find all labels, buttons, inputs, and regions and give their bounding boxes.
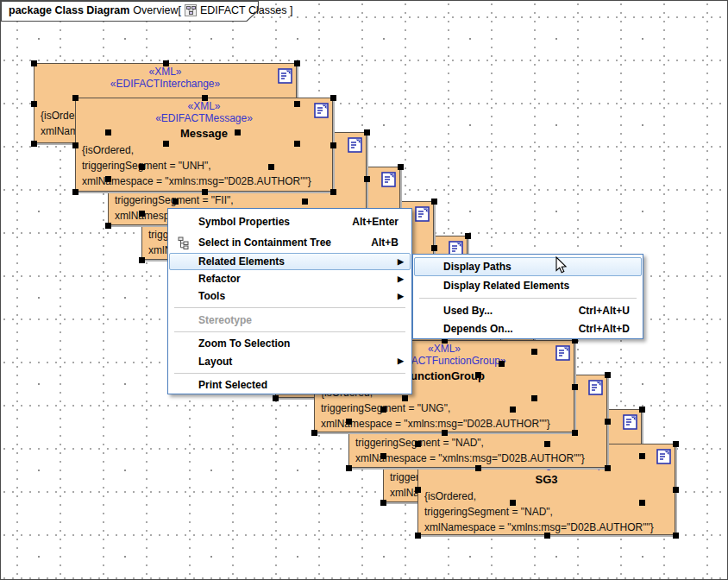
doc-note-icon (656, 449, 671, 464)
menu-item-shortcut: Ctrl+Alt+D (579, 323, 641, 335)
submenu-arrow-icon: ▶ (398, 275, 410, 283)
related-elements-submenu: Display PathsDisplay Related ElementsUse… (412, 254, 643, 339)
doc-note-icon (348, 137, 362, 153)
menu-item-label: Display Paths (443, 261, 511, 273)
menu-item-label: Display Related Elements (443, 280, 569, 292)
menu-item-used-by[interactable]: Used By...Ctrl+Alt+U (414, 301, 642, 319)
stereotype-label: «EDIFACTInterchange» (35, 78, 296, 90)
menu-item-label: Select in Containment Tree (198, 236, 331, 249)
frame-context-label: Overview[ (133, 4, 181, 16)
class-name: Message (76, 127, 332, 141)
menu-item-tools[interactable]: Tools▶ (169, 287, 411, 305)
menu-item-label: Refactor (198, 273, 241, 285)
menu-item-label: Depends On... (443, 323, 513, 335)
submenu-arrow-icon: ▶ (398, 293, 410, 300)
stereotype-label: «EDIFACTMessage» (76, 112, 332, 124)
mouse-cursor (555, 256, 568, 274)
menu-item-stereotype: Stereotype (169, 311, 411, 329)
tagged-value-line: xmlNamespace = "xmlns:msg="D02B.AUTHOR""… (424, 520, 675, 535)
doc-note-icon (278, 68, 292, 84)
menu-item-label: Layout (198, 356, 232, 368)
tagged-value-line: xmlNamespace = "xmlns:msg="D02B.AUTHOR""… (355, 451, 606, 466)
menu-item-layout[interactable]: Layout▶ (169, 352, 411, 370)
menu-separator (169, 329, 411, 335)
diagram-canvas[interactable]: package Class Diagram Overview[ EDIFACT … (0, 0, 728, 580)
menu-item-label: Symbol Properties (198, 216, 290, 228)
menu-item-shortcut: Alt+B (371, 236, 410, 249)
doc-note-icon (314, 103, 329, 118)
uml-class-box-2[interactable]: «XML»«EDIFACTMessage»Message{isOrdered,t… (75, 98, 333, 192)
menu-item-select-in-containment-tree[interactable]: Select in Containment TreeAlt+B (169, 232, 411, 253)
tagged-value-line: xmlNamespace = "xmlns:msg="D02B.AUTHOR""… (321, 416, 574, 432)
submenu-arrow-icon: ▶ (398, 357, 410, 365)
tagged-values: {isOrdered,triggeringSegment = "NAD",xml… (418, 489, 675, 535)
doc-note-icon (415, 206, 430, 222)
menu-item-shortcut: Ctrl+Alt+U (579, 305, 641, 317)
menu-item-zoom-to-selection[interactable]: Zoom To Selection (169, 335, 411, 352)
doc-note-icon (623, 414, 637, 430)
menu-item-label: Stereotype (198, 314, 252, 326)
frame-diagram-name: EDIFACT Classes ] (200, 4, 292, 16)
menu-item-print-selected[interactable]: Print Selected (169, 376, 411, 393)
frame-kind-label: package Class Diagram (9, 4, 129, 16)
class-diagram-icon (185, 4, 197, 16)
context-menu: Symbol PropertiesAlt+EnterSelect in Cont… (167, 208, 412, 394)
tagged-value-line: triggeringSegment = "NAD", (355, 435, 606, 451)
menu-item-label: Used By... (443, 305, 493, 317)
menu-item-display-related-elements[interactable]: Display Related Elements (414, 276, 642, 295)
tagged-value-line: triggeringSegment = "UNG", (321, 400, 574, 416)
menu-item-refactor[interactable]: Refactor▶ (169, 270, 411, 287)
menu-item-label: Print Selected (198, 379, 267, 391)
tagged-value-line: triggeringSegment = "NAD", (424, 504, 675, 520)
tagged-value-line: triggeringSegment = "FII", (115, 192, 366, 208)
menu-item-related-elements[interactable]: Related Elements▶ (169, 253, 411, 270)
menu-separator (169, 370, 411, 376)
doc-note-icon (381, 172, 396, 187)
stereotype-label: «XML» (35, 66, 296, 78)
doc-note-icon (588, 380, 603, 395)
menu-item-shortcut: Alt+Enter (352, 216, 410, 228)
menu-item-label: Zoom To Selection (198, 337, 290, 350)
menu-item-display-paths[interactable]: Display Paths (414, 257, 642, 276)
diagram-frame-title: package Class Diagram Overview[ EDIFACT … (9, 4, 292, 16)
menu-separator (169, 305, 411, 311)
tagged-value-line: xmlNamespace = "xmlns:msg="D02B.AUTHOR""… (82, 173, 332, 189)
submenu-arrow-icon: ▶ (398, 258, 410, 266)
tagged-value-line: {isOrdered, (82, 142, 332, 158)
containment-tree-icon (178, 236, 191, 249)
tagged-values: {isOrdered,triggeringSegment = "UNH",xml… (76, 142, 332, 189)
tagged-value-line: triggeringSegment = "UNH", (82, 158, 332, 173)
menu-item-depends-on[interactable]: Depends On...Ctrl+Alt+D (414, 319, 642, 337)
tagged-value-line: {isOrdered, (424, 489, 675, 504)
doc-note-icon (555, 345, 570, 361)
menu-item-label: Tools (198, 290, 225, 302)
class-name: SG3 (418, 473, 675, 487)
menu-item-label: Related Elements (198, 255, 285, 268)
stereotype-label: «XML» (76, 100, 332, 112)
menu-item-symbol-properties[interactable]: Symbol PropertiesAlt+Enter (169, 211, 411, 232)
menu-separator (414, 295, 642, 301)
